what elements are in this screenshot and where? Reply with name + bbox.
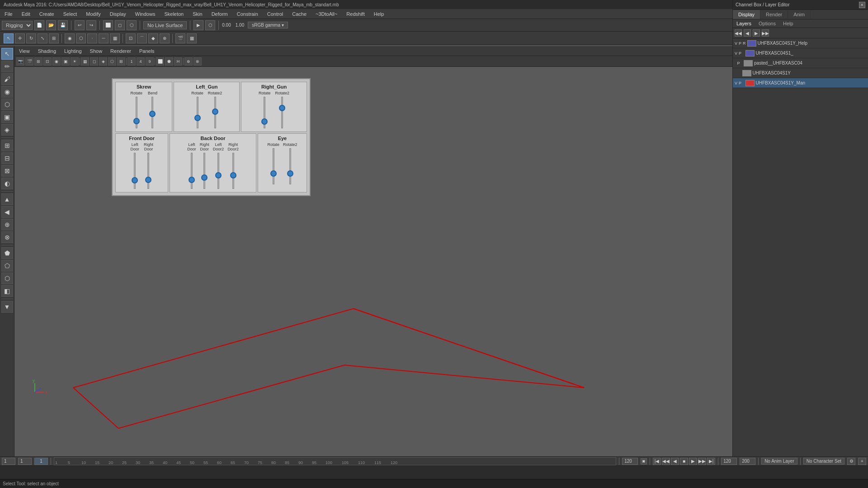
vp-smooth-shade[interactable]: ⬟ xyxy=(165,57,173,66)
vp-light-btn[interactable]: ☀ xyxy=(71,57,79,66)
menu-windows[interactable]: Windows xyxy=(133,10,157,18)
menu-cache[interactable]: Cache xyxy=(290,10,308,18)
options-tab[interactable]: Options xyxy=(755,19,779,28)
vp-smooth-btn[interactable]: ◉ xyxy=(52,57,61,66)
char-set-add-btn[interactable]: + xyxy=(858,458,866,465)
tool11[interactable]: ◐ xyxy=(1,178,13,189)
eye-rotate-handle[interactable] xyxy=(270,170,277,177)
vp-bb-btn[interactable]: ⬜ xyxy=(156,57,164,66)
snap-point[interactable]: ◆ xyxy=(148,33,158,43)
timeline-ruler[interactable]: 1 5 10 15 20 25 30 35 40 45 50 55 60 65 … xyxy=(54,457,616,465)
tool10[interactable]: ⊠ xyxy=(1,165,13,177)
tool14[interactable]: ⊕ xyxy=(1,219,13,230)
render-region[interactable]: ▦ xyxy=(187,33,197,43)
no-live-surface-btn[interactable]: No Live Surface xyxy=(143,21,187,29)
sculpt-tool[interactable]: ◉ xyxy=(1,86,13,98)
vp-isolate-btn[interactable]: ◈ xyxy=(99,57,107,66)
menu-skeleton[interactable]: Skeleton xyxy=(162,10,185,18)
tool15[interactable]: ⊗ xyxy=(1,231,13,243)
soft-select[interactable]: ◉ xyxy=(65,33,75,43)
rightgun-rotate-track[interactable] xyxy=(264,97,265,128)
play-first-btn[interactable]: |◀ xyxy=(653,458,661,465)
tool5[interactable]: ⬡ xyxy=(1,99,13,110)
rightgun-rotate2-handle[interactable] xyxy=(279,105,285,111)
play-fwd-btn[interactable]: ▶ xyxy=(689,458,697,465)
frame-end-field[interactable] xyxy=(622,458,638,465)
rp-close-btn[interactable]: ✕ xyxy=(859,2,865,8)
menu-create[interactable]: Create xyxy=(38,10,56,18)
skrew-rotate-handle[interactable] xyxy=(133,118,140,124)
edge-select[interactable]: ─ xyxy=(99,33,108,43)
leftgun-rotate2-handle[interactable] xyxy=(212,108,218,115)
save-btn[interactable]: 💾 xyxy=(58,20,68,30)
menu-display[interactable]: Display xyxy=(108,10,128,18)
menu-file[interactable]: File xyxy=(3,10,14,18)
vp-view-menu[interactable]: View xyxy=(17,47,32,55)
backdoor-right2-handle[interactable] xyxy=(230,172,236,178)
vp-film-btn[interactable]: 🎬 xyxy=(25,57,33,66)
frame-marker-field[interactable]: 1 xyxy=(34,458,48,465)
play-back-btn[interactable]: ◀ xyxy=(671,458,679,465)
vp-hq-btn[interactable]: H xyxy=(174,57,182,66)
menu-select[interactable]: Select xyxy=(61,10,79,18)
object-select[interactable]: ⬡ xyxy=(76,33,86,43)
vp-grid-btn[interactable]: ⊞ xyxy=(34,57,42,66)
vertex-select[interactable]: · xyxy=(87,33,97,43)
new-btn[interactable]: 📄 xyxy=(34,20,44,30)
menu-edit[interactable]: Edit xyxy=(20,10,32,18)
frame-marker-icon[interactable]: ▣ xyxy=(641,458,647,465)
vp-lighting-menu[interactable]: Lighting xyxy=(62,47,84,55)
layer-next-btn[interactable]: ▶ xyxy=(753,29,760,37)
layer-entry-2[interactable]: P pasted__UHFBXASC04 xyxy=(733,58,868,68)
paint-tool[interactable]: ✏ xyxy=(1,61,13,72)
layer-entry-0[interactable]: V P R UHFBXASC04S1Y_Help xyxy=(733,38,868,48)
frontdoor-left-track[interactable] xyxy=(134,153,136,189)
timeline[interactable] xyxy=(0,465,868,479)
menu-constrain[interactable]: Constrain xyxy=(235,10,260,18)
mode-dropdown[interactable]: Rigging xyxy=(2,21,33,30)
layer-entry-3[interactable]: UHFBXASC04S1Y xyxy=(733,68,868,78)
vp-3x3[interactable]: 9 xyxy=(146,57,154,66)
layer-last-btn[interactable]: ▶▶ xyxy=(762,29,769,37)
viewport-canvas[interactable]: x y Skrew Rotate xyxy=(14,67,732,465)
vp-panels-menu[interactable]: Panels xyxy=(137,47,156,55)
frontdoor-right-handle[interactable] xyxy=(145,177,151,183)
help-tab[interactable]: Help xyxy=(779,19,797,28)
menu-modify[interactable]: Modify xyxy=(84,10,102,18)
skrew-bend-handle[interactable] xyxy=(149,111,156,117)
select-mode-tool[interactable]: ↖ xyxy=(1,48,13,60)
vp-show-menu[interactable]: Show xyxy=(88,47,104,55)
vp-2x2[interactable]: 4 xyxy=(137,57,145,66)
paint-btn[interactable]: ⬡ xyxy=(127,20,137,30)
char-set-options-btn[interactable]: ⚙ xyxy=(847,458,855,465)
vp-xray-btn[interactable]: ⬡ xyxy=(108,57,116,66)
render-btn[interactable]: ▶ xyxy=(193,20,203,30)
menu-3dtoall[interactable]: ~3DtoAll~ xyxy=(314,10,339,18)
leftgun-rotate-handle[interactable] xyxy=(194,115,201,121)
stop-btn[interactable]: ■ xyxy=(680,458,688,465)
eye-rotate2-handle[interactable] xyxy=(287,170,293,177)
render-tab[interactable]: Render xyxy=(760,10,788,19)
vp-shading-menu[interactable]: Shading xyxy=(36,47,58,55)
layer-prev-btn[interactable]: ◀ xyxy=(744,29,751,37)
universal-manip[interactable]: ⊞ xyxy=(49,33,59,43)
scale-tool[interactable]: ⤡ xyxy=(38,33,47,43)
ipr-btn[interactable]: ⬡ xyxy=(205,20,215,30)
backdoor-left-handle[interactable] xyxy=(189,177,195,183)
backdoor-right2-track[interactable] xyxy=(232,153,234,189)
vp-hide-btn[interactable]: ◻ xyxy=(90,57,98,66)
tool8[interactable]: ⊞ xyxy=(1,140,13,151)
gamma-dropdown[interactable]: sRGB gamma ▾ xyxy=(248,22,288,28)
vp-snap-btn[interactable]: ⊗ xyxy=(193,57,202,66)
tool19[interactable]: ◧ xyxy=(1,285,13,297)
vp-renderer-menu[interactable]: Renderer xyxy=(108,47,133,55)
brush-tool[interactable]: 🖌 xyxy=(1,73,13,85)
tool7[interactable]: ◈ xyxy=(1,124,13,136)
tool9[interactable]: ⊟ xyxy=(1,152,13,164)
menu-redshift[interactable]: Redshift xyxy=(344,10,366,18)
redo-btn[interactable]: ↪ xyxy=(86,20,96,30)
eye-rotate2-track[interactable] xyxy=(289,148,291,184)
anim-start-field[interactable] xyxy=(721,458,737,465)
no-anim-layer-btn[interactable]: No Anim Layer xyxy=(761,458,797,465)
backdoor-left2-handle[interactable] xyxy=(215,172,222,178)
